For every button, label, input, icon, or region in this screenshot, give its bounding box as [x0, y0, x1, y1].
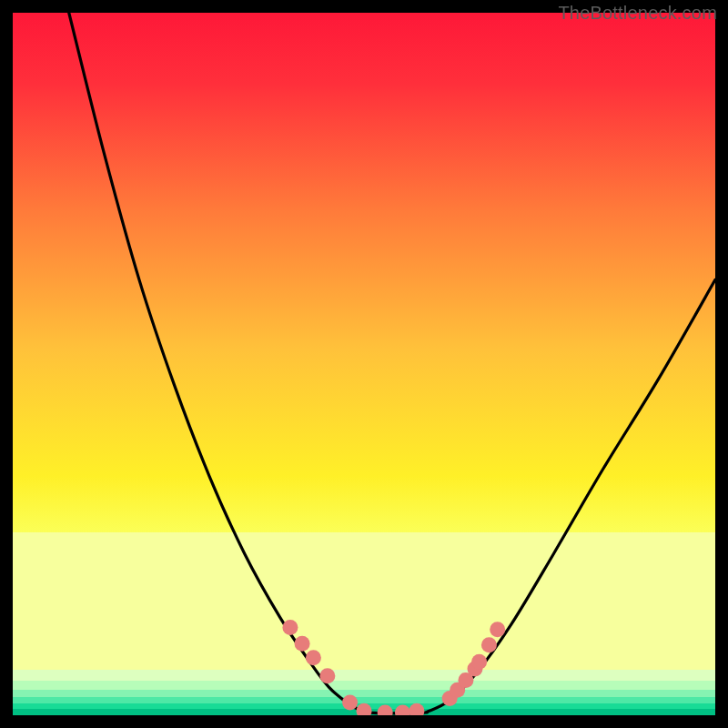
- data-marker: [471, 654, 487, 670]
- svg-rect-3: [13, 690, 715, 697]
- data-marker: [490, 622, 505, 637]
- data-marker: [319, 668, 335, 683]
- data-marker: [306, 650, 321, 665]
- data-marker: [295, 636, 310, 652]
- data-marker: [481, 637, 497, 652]
- bottleneck-chart: [13, 13, 715, 715]
- svg-rect-2: [13, 681, 715, 690]
- data-marker: [282, 620, 298, 635]
- svg-rect-4: [13, 697, 715, 703]
- chart-frame: [13, 13, 715, 715]
- data-marker: [342, 695, 358, 711]
- svg-rect-1: [13, 670, 715, 681]
- bottom-green-bands: [13, 532, 715, 715]
- watermark-text: TheBottleneck.com: [558, 3, 717, 24]
